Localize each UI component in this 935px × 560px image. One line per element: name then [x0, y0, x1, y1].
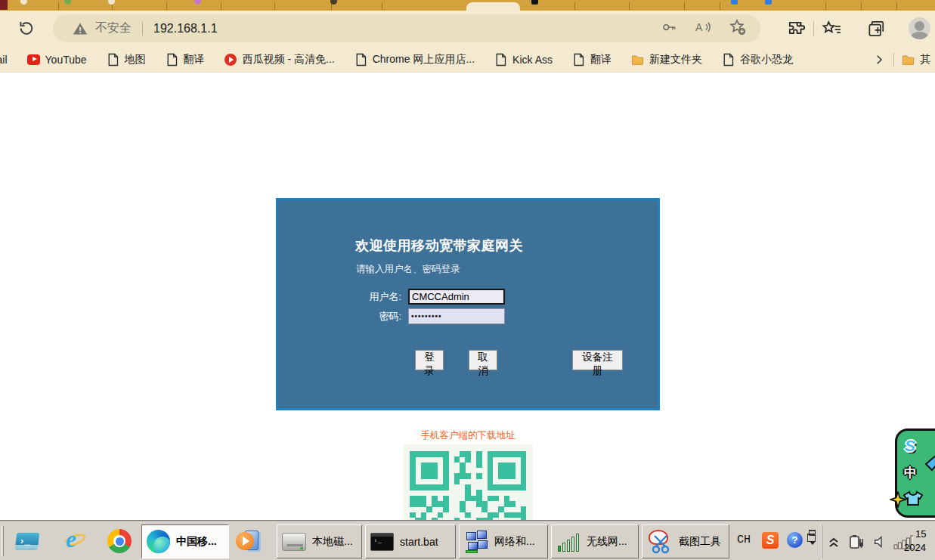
language-indicator[interactable]: CH [737, 534, 751, 546]
bookmark-label: 西瓜视频 - 高清免... [243, 53, 335, 67]
reload-icon[interactable] [17, 19, 36, 38]
active-tab[interactable] [466, 2, 520, 11]
task-button-label: 中国移... [176, 535, 217, 549]
folder-icon [631, 53, 644, 66]
favorites-icon[interactable] [822, 19, 842, 39]
clock-time: 15 [915, 528, 926, 541]
url-text[interactable]: 192.168.1.1 [153, 22, 218, 36]
bookmark-label: 新建文件夹 [649, 53, 702, 67]
sogou-tray-icon[interactable]: S [762, 532, 779, 549]
show-hidden-icons-chevron[interactable] [828, 535, 839, 549]
window-corner [0, 0, 8, 10]
tab-separator [58, 2, 59, 10]
sogou-ime-widget[interactable]: S 中 [895, 429, 935, 518]
chrome-icon[interactable] [107, 528, 132, 554]
tab-favicon[interactable] [765, 0, 772, 5]
bookmark-item[interactable]: Chrome 网上应用店... [354, 53, 475, 67]
taskbar-startbat-window[interactable]: start.bat [365, 524, 456, 558]
page-icon [722, 53, 735, 66]
address-divider [142, 22, 143, 36]
bookmark-item[interactable]: Gmail [0, 54, 8, 66]
tab-favicon[interactable] [531, 0, 538, 5]
login-button[interactable]: 登录 [415, 350, 444, 370]
bookmark-label: 谷歌小恐龙 [740, 53, 793, 67]
router-login-panel: 欢迎使用移动宽带家庭网关 请输入用户名、密码登录 用户名: 密码: 登录 取消 … [276, 198, 660, 410]
profile-avatar[interactable] [909, 17, 930, 39]
password-key-icon[interactable] [661, 19, 677, 39]
clock[interactable]: 15 2024 [904, 528, 926, 555]
media-player-icon[interactable] [236, 528, 262, 554]
taskbar-grip[interactable] [2, 526, 4, 556]
bookmark-label: YouTube [45, 54, 87, 66]
taskbar: ›_ e 中国移...本地磁...start.bat网络和...无线网...截图… [0, 521, 935, 560]
username-label: 用户名: [278, 290, 408, 304]
tab-separator [896, 2, 897, 10]
password-label: 密码: [278, 310, 408, 323]
bookmark-item[interactable]: 翻译 [166, 53, 205, 67]
ime-mode-indicator[interactable]: 中 [904, 464, 917, 481]
tab-favicon[interactable] [731, 0, 738, 5]
task-button-label: 本地磁... [312, 535, 353, 549]
browser-tab-strip[interactable] [0, 0, 935, 11]
bookmark-item[interactable]: Kick Ass [494, 53, 553, 66]
youtube-icon [27, 53, 40, 66]
not-secure-warning-icon[interactable] [73, 21, 88, 36]
bookmark-item[interactable]: 地图 [107, 53, 146, 67]
security-label[interactable]: 不安全 [95, 20, 132, 36]
desktop-screen: 不安全 192.168.1.1 A [0, 0, 935, 560]
password-input[interactable] [408, 308, 505, 324]
powershell-icon[interactable]: ›_ [14, 528, 40, 554]
bookmark-item[interactable]: 谷歌小恐龙 [722, 53, 793, 67]
toolbar-separator [813, 21, 814, 36]
page-icon [107, 53, 119, 66]
tab-separator [720, 2, 720, 10]
other-favorites-folder[interactable]: 其 [902, 53, 930, 67]
internet-explorer-icon[interactable]: e [61, 528, 87, 554]
bookmark-label: 翻译 [184, 53, 205, 67]
power-battery-icon[interactable] [847, 532, 866, 552]
login-subtitle: 请输入用户名、密码登录 [356, 263, 460, 276]
taskbar-edge-window[interactable]: 中国移... [141, 524, 229, 558]
add-favorite-icon[interactable] [729, 18, 747, 39]
volume-icon[interactable] [872, 534, 889, 550]
sparkle-icon [890, 491, 906, 511]
bookmarks-separator [893, 53, 894, 67]
taskbar-wireless-window[interactable]: 无线网... [551, 524, 639, 558]
bookmarks-overflow-chevron-icon[interactable] [872, 53, 886, 67]
toolbar-expand-icon[interactable] [807, 530, 818, 549]
taskbar-snipping-tool-window[interactable]: 截图工具 [642, 524, 729, 558]
bookmark-item[interactable]: 翻译 [572, 53, 611, 67]
username-input[interactable] [408, 289, 505, 305]
tab-separator [382, 2, 382, 10]
help-tray-icon[interactable]: ? [787, 532, 803, 548]
tab-favicon[interactable] [330, 0, 337, 5]
bookmark-label: Gmail [0, 54, 8, 66]
device-register-button[interactable]: 设备注册 [572, 350, 623, 370]
bookmark-item[interactable]: 西瓜视频 - 高清免... [224, 53, 335, 67]
bookmark-label: 翻译 [590, 53, 611, 67]
bookmark-item[interactable]: 新建文件夹 [631, 53, 702, 67]
tab-favicon[interactable] [108, 0, 115, 5]
task-button-label: 网络和... [494, 535, 535, 549]
tab-favicon[interactable] [20, 0, 27, 5]
tab-separator [574, 2, 575, 10]
address-bar[interactable]: 不安全 192.168.1.1 A [53, 14, 760, 42]
ime-mascot-pen-icon [924, 453, 935, 479]
tab-separator [825, 2, 826, 10]
webpage-content: 欢迎使用移动宽带家庭网关 请输入用户名、密码登录 用户名: 密码: 登录 取消 … [0, 73, 935, 521]
page-icon [354, 53, 367, 66]
tab-favicon[interactable] [64, 0, 71, 5]
read-aloud-icon[interactable]: A [694, 19, 712, 39]
bookmark-item[interactable]: YouTube [27, 53, 87, 66]
cancel-button[interactable]: 取消 [469, 350, 497, 370]
taskbar-local-disk-window[interactable]: 本地磁... [277, 524, 362, 558]
sogou-logo-letter: S [905, 437, 915, 455]
bookmark-label: Kick Ass [512, 54, 553, 66]
extensions-icon[interactable] [786, 19, 806, 39]
tab-favicon[interactable] [194, 0, 201, 5]
collections-icon[interactable] [866, 19, 886, 39]
taskbar-network-window[interactable]: 网络和... [459, 524, 548, 558]
folder-icon [902, 53, 915, 66]
clock-date: 2024 [904, 541, 926, 555]
svg-text:A: A [695, 21, 703, 32]
